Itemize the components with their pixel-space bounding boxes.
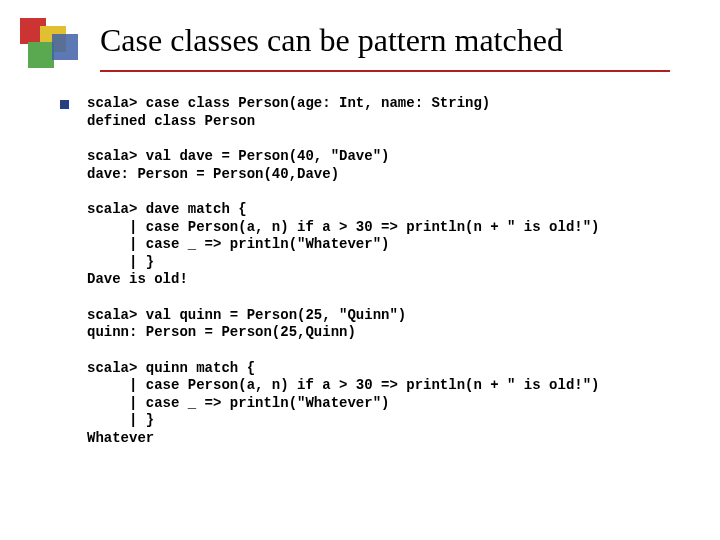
code-block: scala> val dave = Person(40, "Dave") dav… <box>87 148 680 183</box>
bullet-icon <box>60 100 69 109</box>
slide-logo <box>20 18 72 70</box>
code-block: scala> dave match { | case Person(a, n) … <box>87 201 680 289</box>
code-block: scala> quinn match { | case Person(a, n)… <box>87 360 680 448</box>
logo-square-blue <box>52 34 78 60</box>
slide-content: scala> case class Person(age: Int, name:… <box>60 95 680 447</box>
logo-square-green <box>28 42 54 68</box>
slide-title: Case classes can be pattern matched <box>100 22 700 59</box>
bullet-item: scala> case class Person(age: Int, name:… <box>60 95 680 130</box>
code-block: scala> case class Person(age: Int, name:… <box>87 95 490 130</box>
code-block: scala> val quinn = Person(25, "Quinn") q… <box>87 307 680 342</box>
title-underline <box>100 70 670 72</box>
